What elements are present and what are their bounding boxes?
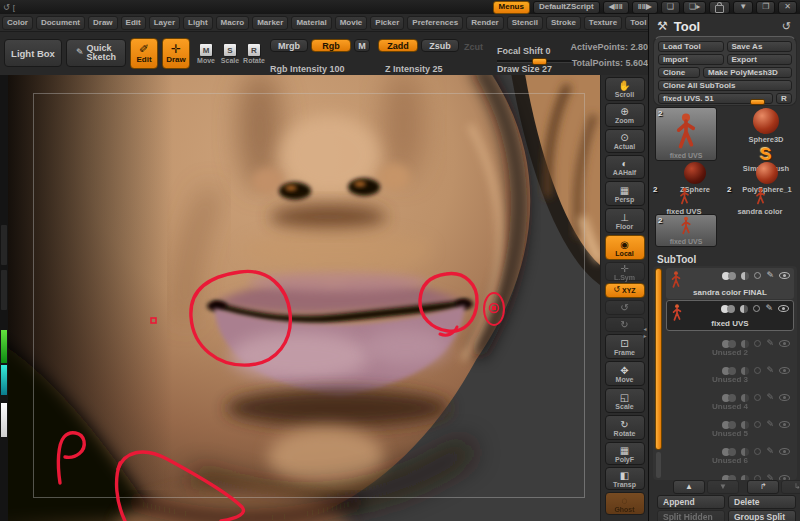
subtool-item-unused-5[interactable]: ✎ Unused 5	[666, 417, 794, 442]
menu-texture[interactable]: Texture	[584, 16, 622, 30]
menu-light[interactable]: Light	[183, 16, 213, 30]
polyframe-button[interactable]: ▦ PolyF	[605, 442, 645, 465]
subtool-shift-in-button[interactable]: ↳	[781, 480, 800, 494]
ring-toggle-icon[interactable]	[753, 305, 760, 312]
menu-draw[interactable]: Draw	[88, 16, 118, 30]
zadd-toggle[interactable]: Zadd	[378, 39, 418, 52]
default-zscript-button[interactable]: DefaultZScript	[533, 1, 600, 14]
rotate-mode-button[interactable]: R Rotate	[242, 40, 266, 68]
subtool-section-title[interactable]: SubTool	[657, 254, 696, 265]
draw-mode-button[interactable]: ✛ Draw	[162, 38, 190, 69]
eye-icon[interactable]	[779, 272, 790, 279]
ring-toggle-icon[interactable]	[754, 272, 761, 279]
visibility-toggle-icon[interactable]	[722, 272, 736, 280]
rgb-toggle[interactable]: Rgb	[311, 39, 351, 52]
tray-slot[interactable]	[1, 270, 7, 310]
import-button[interactable]: Import	[658, 54, 724, 65]
tool-palette-header[interactable]: ⚒ Tool ↺	[649, 14, 800, 38]
scroll-button[interactable]: ✋ Scroll	[605, 77, 645, 101]
append-button[interactable]: Append	[657, 495, 725, 509]
menu-stencil[interactable]: Stencil	[507, 16, 543, 30]
delete-button[interactable]: Delete	[728, 495, 796, 509]
shade-toggle-icon[interactable]	[740, 305, 748, 313]
eye-icon[interactable]	[778, 305, 789, 312]
menu-document[interactable]: Document	[36, 16, 85, 30]
persp-button[interactable]: ▦ Persp	[605, 181, 645, 206]
title-refresh-icon[interactable]: ↺	[3, 3, 10, 12]
sculpt-viewport[interactable]	[8, 75, 600, 521]
restore-button[interactable]: ❐	[756, 1, 775, 14]
mrgb-toggle[interactable]: Mrgb	[270, 39, 308, 52]
actual-button[interactable]: ⊙ Actual	[605, 129, 645, 153]
transp-button[interactable]: ◧ Transp	[605, 467, 645, 490]
tray-page-left-button[interactable]: ◀ǁǁ	[603, 1, 629, 14]
floor-button[interactable]: ⊥ Floor	[605, 208, 645, 233]
clone-all-subtools-button[interactable]: Clone All SubTools	[658, 80, 792, 91]
active-tool-handle[interactable]	[750, 99, 765, 105]
menu-preferences[interactable]: Preferences	[407, 16, 463, 30]
light-box-button[interactable]: Light Box	[4, 39, 62, 67]
subtool-item-unused-6[interactable]: ✎ Unused 6	[666, 444, 794, 469]
active-tool-thumbnail[interactable]: 2 fixed UVS	[655, 107, 717, 161]
edit-mode-button[interactable]: ✐ Edit	[130, 38, 158, 69]
tool-item-fixed-uvs[interactable]: 2 fixed UVS	[655, 187, 713, 216]
split-hidden-button[interactable]: Split Hidden	[657, 510, 725, 521]
tray-slot[interactable]	[1, 225, 7, 265]
polypaint-icon[interactable]: ✎	[765, 304, 773, 313]
export-button[interactable]: Export	[727, 54, 793, 65]
menu-movie[interactable]: Movie	[335, 16, 368, 30]
load-tool-button[interactable]: Load Tool	[658, 41, 724, 52]
tool-item-fixed-uvs-2[interactable]: 2 fixed UVS	[655, 214, 717, 247]
menu-render[interactable]: Render	[466, 16, 504, 30]
clone-button[interactable]: Clone	[658, 67, 700, 78]
m-toggle[interactable]: M	[354, 39, 370, 52]
menu-material[interactable]: Material	[291, 16, 331, 30]
window-layout-button[interactable]: ❏	[661, 1, 680, 14]
menu-picker[interactable]: Picker	[370, 16, 404, 30]
scale-view-button[interactable]: ◱ Scale	[605, 388, 645, 413]
tool-item-sphere3d[interactable]: Sphere3D	[737, 108, 795, 144]
subtool-shift-out-button[interactable]: ↱	[747, 480, 779, 494]
minimize-button[interactable]: ▼	[733, 1, 753, 14]
sculpt-canvas[interactable]	[8, 75, 600, 521]
active-tool-slider[interactable]: fixed UVS. 51	[658, 93, 773, 104]
menus-toggle-button[interactable]: Menus	[493, 1, 530, 14]
menu-layer[interactable]: Layer	[149, 16, 180, 30]
rotate-z-button[interactable]: ↺	[605, 300, 645, 315]
subtool-item-unused-4[interactable]: ✎ Unused 4	[666, 390, 794, 415]
move-mode-button[interactable]: M Move	[194, 40, 218, 68]
rotate-view-button[interactable]: ↻ Rotate	[605, 415, 645, 440]
quick-sketch-button[interactable]: ✎ Quick Sketch	[66, 39, 126, 67]
menu-color[interactable]: Color	[2, 16, 33, 30]
palette-reset-icon[interactable]: ↺	[782, 20, 791, 33]
rotate-y-button[interactable]: ↻	[605, 317, 645, 332]
visibility-toggle-icon[interactable]	[721, 305, 735, 313]
lsym-button[interactable]: ✛ L.Sym	[605, 262, 645, 281]
gradient-swatch-green[interactable]	[1, 330, 7, 363]
subtool-scrollbar-track[interactable]	[656, 452, 661, 478]
ghost-button[interactable]: ◌ Ghost	[605, 492, 645, 515]
frame-button[interactable]: ⊡ Frame	[605, 334, 645, 359]
groups-split-button[interactable]: Groups Split	[728, 510, 796, 521]
subtool-item-unused-2[interactable]: ✎ Unused 2	[666, 336, 794, 361]
scale-mode-button[interactable]: S Scale	[218, 40, 242, 68]
menu-edit[interactable]: Edit	[121, 16, 146, 30]
r-button[interactable]: R	[776, 93, 792, 104]
tray-divider-handle[interactable]: ◂▸	[641, 326, 649, 340]
menu-macro[interactable]: Macro	[216, 16, 250, 30]
subtool-item-unused-3[interactable]: ✎ Unused 3	[666, 363, 794, 388]
swatch-white[interactable]	[1, 403, 7, 437]
window-layout-next-button[interactable]: ❏▸	[683, 1, 706, 14]
zoom-button[interactable]: ⊕ Zoom	[605, 103, 645, 127]
aahalf-button[interactable]: ◐ AAHalf	[605, 155, 645, 179]
zsub-toggle[interactable]: Zsub	[421, 39, 459, 52]
close-button[interactable]: ✕	[778, 1, 797, 14]
shade-toggle-icon[interactable]	[741, 272, 749, 280]
save-as-button[interactable]: Save As	[727, 41, 793, 52]
lock-button[interactable]	[709, 1, 730, 14]
move-view-button[interactable]: ✥ Move	[605, 361, 645, 386]
tray-page-right-button[interactable]: ǁǁ▶	[632, 1, 658, 14]
make-polymesh3d-button[interactable]: Make PolyMesh3D	[703, 67, 792, 78]
subtool-move-up-button[interactable]: ▲	[673, 480, 705, 494]
subtool-scrollbar[interactable]	[655, 268, 662, 450]
